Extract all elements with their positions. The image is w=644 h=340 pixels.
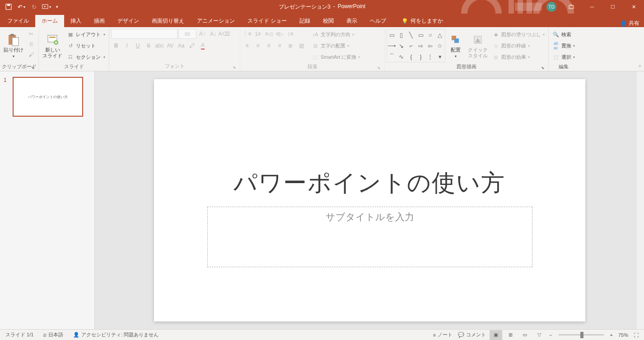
slide-thumbnails-panel[interactable]: 1 パワーポイントの使い方 — [0, 71, 95, 329]
paragraph-launcher[interactable]: ⬊ — [376, 65, 382, 71]
tab-file[interactable]: ファイル — [1, 15, 35, 27]
tab-help[interactable]: ヘルプ — [364, 15, 392, 27]
font-color-button[interactable]: A — [198, 41, 208, 51]
reading-view-button[interactable]: ▭ — [518, 330, 531, 340]
tab-home[interactable]: ホーム — [35, 15, 64, 27]
text-direction-button[interactable]: ↕A文字列の方向▾ — [310, 29, 362, 40]
font-name-input[interactable] — [111, 29, 177, 39]
tab-transitions[interactable]: 画面切り替え — [145, 15, 191, 27]
close-button[interactable]: ✕ — [623, 0, 644, 14]
language-indicator[interactable]: ⎚日本語 — [42, 330, 65, 340]
shape-line[interactable]: ╲ — [406, 29, 416, 40]
shape-arrow2[interactable]: ↘ — [397, 40, 406, 51]
justify-button[interactable]: ≡ — [275, 41, 285, 51]
increase-font-button[interactable]: A↑ — [197, 29, 207, 39]
zoom-slider[interactable] — [559, 334, 604, 335]
fit-to-window-button[interactable]: ⛶ — [632, 330, 640, 340]
sorter-view-button[interactable]: ⊞ — [504, 330, 517, 340]
align-center-button[interactable]: ≡ — [253, 41, 263, 51]
smartart-button[interactable]: ⬚SmartArt に変換▾ — [310, 52, 362, 62]
shape-brace-r[interactable]: } — [416, 51, 425, 62]
collapse-ribbon-button[interactable]: ㅅ — [638, 63, 642, 69]
line-spacing-button[interactable]: ↕≡ — [285, 29, 295, 39]
tab-view[interactable]: 表示 — [340, 15, 364, 27]
accessibility-checker[interactable]: 👤アクセシビリティ: 問題ありません — [71, 330, 160, 340]
redo-button[interactable]: ↻ — [28, 1, 40, 13]
drawing-launcher[interactable]: ⬊ — [540, 65, 546, 71]
shape-arrow-r[interactable]: ⇨ — [416, 40, 425, 51]
save-button[interactable] — [3, 1, 14, 13]
bullets-button[interactable]: ⋮≡ — [242, 29, 252, 39]
shape-curve[interactable]: ∿ — [397, 51, 406, 62]
change-case-button[interactable]: Aa — [176, 41, 186, 51]
shape-arrow1[interactable]: ⟶ — [387, 40, 397, 51]
tab-animations[interactable]: アニメーション — [191, 15, 241, 27]
bold-button[interactable]: B — [111, 41, 121, 51]
shape-outline-button[interactable]: ◇図形の枠線▾ — [490, 40, 546, 51]
shadow-button[interactable]: abc — [154, 41, 164, 51]
select-button[interactable]: ⬚選択▾ — [551, 52, 577, 62]
zoom-level[interactable]: 75% — [616, 330, 630, 340]
shape-rect[interactable]: ▭ — [416, 29, 425, 40]
maximize-button[interactable]: ☐ — [602, 0, 623, 14]
highlight-button[interactable]: 🖍 — [187, 41, 197, 51]
notes-button[interactable]: ≡ノート — [431, 330, 454, 340]
shape-triangle[interactable]: △ — [435, 29, 445, 40]
shape-fill-button[interactable]: ◆図形の塗りつぶし▾ — [490, 29, 546, 40]
tab-insert[interactable]: 挿入 — [64, 15, 88, 27]
thumbnail-item[interactable]: 1 パワーポイントの使い方 — [4, 77, 91, 117]
normal-view-button[interactable]: ▣ — [490, 330, 502, 340]
shape-oval[interactable]: ○ — [425, 29, 435, 40]
shape-more1[interactable]: ⋮ — [425, 51, 435, 62]
decrease-indent-button[interactable]: ≡◁ — [264, 29, 274, 39]
zoom-out-button[interactable]: − — [547, 330, 554, 340]
format-painter-button[interactable]: 🖌 — [26, 50, 36, 60]
slideshow-view-button[interactable]: ▽ — [533, 330, 546, 340]
thumbnail-preview[interactable]: パワーポイントの使い方 — [13, 77, 83, 117]
find-button[interactable]: 🔍検索 — [551, 29, 577, 40]
zoom-in-button[interactable]: + — [608, 330, 615, 340]
shape-vtextbox[interactable]: ▯ — [397, 29, 406, 40]
char-spacing-button[interactable]: AV — [165, 41, 175, 51]
layout-button[interactable]: ▦レイアウト▾ — [65, 29, 107, 40]
shape-brace-l[interactable]: { — [406, 51, 416, 62]
ribbon-display-button[interactable] — [561, 0, 582, 14]
tab-review[interactable]: 校閲 — [317, 15, 340, 27]
align-text-button[interactable]: ⊟文字の配置▾ — [310, 40, 362, 51]
clear-formatting-button[interactable]: A⌫ — [219, 29, 229, 39]
tell-me-search[interactable]: 💡 何をしますか — [396, 15, 448, 27]
user-avatar[interactable]: TD — [546, 2, 556, 12]
arrange-button[interactable]: 配置▾ — [446, 29, 465, 62]
slide-canvas-area[interactable]: パワーポイントの使い方 サブタイトルを入力 — [95, 71, 644, 329]
slide[interactable]: パワーポイントの使い方 サブタイトルを入力 — [154, 79, 585, 321]
align-left-button[interactable]: ≡ — [242, 41, 252, 51]
paste-button[interactable]: 貼り付け▾ — [2, 29, 25, 62]
comments-button[interactable]: 💬コメント — [456, 330, 488, 340]
align-right-button[interactable]: ≡ — [264, 41, 274, 51]
tab-record[interactable]: 記録 — [293, 15, 317, 27]
underline-button[interactable]: U — [133, 41, 143, 51]
shape-textbox[interactable]: ▭ — [387, 29, 397, 40]
tab-draw[interactable]: 描画 — [88, 15, 111, 27]
quick-styles-button[interactable]: クイック スタイル — [466, 29, 490, 62]
start-from-beginning-button[interactable]: ▾ — [41, 1, 52, 13]
new-slide-button[interactable]: 新しい スライド — [41, 29, 64, 62]
customize-qat-button[interactable]: ▾ — [53, 1, 61, 13]
tab-design[interactable]: デザイン — [111, 15, 145, 27]
minimize-button[interactable]: ─ — [582, 0, 602, 14]
shape-arc[interactable]: ⌒ — [387, 51, 397, 62]
shape-star[interactable]: ☆ — [435, 40, 445, 51]
shape-effects-button[interactable]: ◎図形の効果▾ — [490, 52, 546, 62]
undo-button[interactable]: ↶▾ — [15, 1, 27, 13]
replace-button[interactable]: abac置換▾ — [551, 40, 577, 51]
italic-button[interactable]: I — [122, 41, 132, 51]
shape-arrow-l[interactable]: ⇦ — [425, 40, 435, 51]
slide-counter[interactable]: スライド 1/1 — [4, 330, 35, 340]
slide-title-text[interactable]: パワーポイントの使い方 — [154, 167, 585, 199]
tab-slideshow[interactable]: スライド ショー — [241, 15, 293, 27]
numbering-button[interactable]: 1≡ — [253, 29, 263, 39]
shape-more2[interactable]: ▾ — [435, 51, 445, 62]
strikethrough-button[interactable]: S — [144, 41, 154, 51]
copy-button[interactable]: ⎘ — [26, 39, 36, 49]
reset-button[interactable]: ↺リセット — [65, 40, 107, 51]
